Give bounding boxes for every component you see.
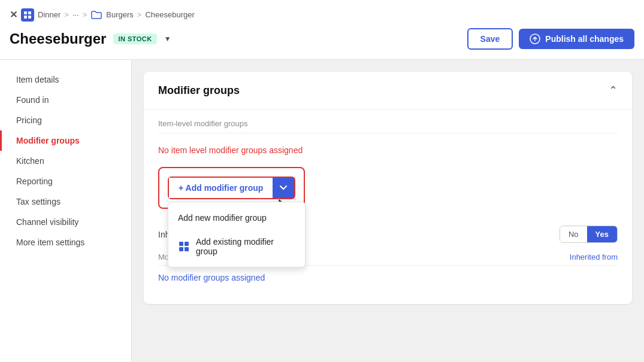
panel-title: Modifier groups: [158, 84, 240, 97]
breadcrumb-sep-1: >: [64, 10, 69, 19]
breadcrumb: ✕ Dinner > ··· > Burgers > Cheeseburger: [10, 4, 634, 22]
dropdown-item-add-existing[interactable]: Add existing modifier group: [168, 230, 305, 263]
svg-rect-7: [179, 247, 183, 251]
top-bar: ✕ Dinner > ··· > Burgers > Cheeseburger …: [0, 0, 644, 60]
title-buttons: Save Publish all changes: [467, 28, 634, 50]
sidebar-item-modifier-groups[interactable]: Modifier groups: [0, 130, 131, 151]
publish-button[interactable]: Publish all changes: [519, 29, 634, 49]
sidebar-item-channel-visibility[interactable]: Channel visibility: [0, 212, 131, 232]
sidebar-item-reporting[interactable]: Reporting: [0, 171, 131, 191]
panel-collapse-button[interactable]: ⌃: [609, 84, 618, 97]
item-level-label: Item-level modifier groups: [158, 109, 618, 133]
page-title: Cheeseburger: [10, 31, 106, 47]
breadcrumb-current: Cheeseburger: [145, 10, 194, 19]
svg-rect-3: [28, 16, 31, 19]
save-button[interactable]: Save: [467, 28, 513, 50]
breadcrumb-dots[interactable]: ···: [72, 10, 79, 19]
title-row: Cheeseburger IN STOCK ▼ Save Publish all…: [10, 28, 634, 56]
title-left: Cheeseburger IN STOCK ▼: [10, 31, 171, 47]
sidebar-item-more-item-settings[interactable]: More item settings: [0, 232, 131, 253]
close-icon[interactable]: ✕: [10, 9, 17, 20]
svg-rect-6: [185, 242, 189, 246]
sidebar-item-found-in[interactable]: Found in: [0, 90, 131, 110]
panel-header: Modifier groups ⌃: [144, 72, 632, 109]
col-inherited-from: Inherited from: [570, 253, 618, 261]
breadcrumb-sep-3: >: [137, 10, 142, 19]
existing-modifier-icon: [178, 241, 190, 253]
sidebar: Item details Found in Pricing Modifier g…: [0, 60, 132, 362]
publish-icon: [530, 34, 540, 44]
add-modifier-area: + Add modifier group Add new mo: [168, 177, 295, 199]
inherit-toggle: No Yes: [560, 226, 618, 243]
svg-rect-2: [24, 16, 27, 19]
svg-rect-1: [28, 11, 31, 14]
sidebar-item-tax-settings[interactable]: Tax settings: [0, 191, 131, 212]
breadcrumb-folder-name[interactable]: Burgers: [106, 10, 134, 19]
dropdown-item-add-new-label: Add new modifier group: [178, 213, 267, 223]
no-modifier-msg: No modifier groups assigned: [158, 266, 618, 290]
breadcrumb-sep-2: >: [83, 10, 87, 19]
toggle-no-button[interactable]: No: [560, 226, 587, 242]
panel-body: Item-level modifier groups No item level…: [144, 109, 632, 304]
add-modifier-button-wrapper: + Add modifier group: [168, 177, 295, 199]
add-modifier-dropdown-button[interactable]: [273, 178, 294, 198]
dropdown-item-add-new[interactable]: Add new modifier group: [168, 206, 305, 230]
no-item-level-msg: No item level modifier groups assigned: [158, 138, 618, 167]
svg-rect-5: [179, 242, 183, 246]
sidebar-item-kitchen[interactable]: Kitchen: [0, 151, 131, 171]
add-modifier-highlight: + Add modifier group Add new mo: [158, 167, 305, 209]
app-icon: [21, 8, 34, 22]
content-area: Modifier groups ⌃ Item-level modifier gr…: [132, 60, 644, 362]
svg-rect-0: [24, 11, 27, 14]
folder-icon: [90, 9, 102, 21]
sidebar-item-item-details[interactable]: Item details: [0, 69, 131, 90]
add-modifier-button[interactable]: + Add modifier group: [169, 178, 273, 198]
modifier-groups-panel: Modifier groups ⌃ Item-level modifier gr…: [144, 72, 632, 304]
svg-rect-8: [185, 247, 189, 251]
dropdown-item-add-existing-label: Add existing modifier group: [196, 237, 295, 256]
add-modifier-dropdown-menu: Add new modifier group: [168, 202, 306, 267]
main-content: Item details Found in Pricing Modifier g…: [0, 60, 644, 362]
breadcrumb-app-name[interactable]: Dinner: [38, 10, 61, 19]
toggle-yes-button[interactable]: Yes: [587, 226, 617, 242]
sidebar-item-pricing[interactable]: Pricing: [0, 110, 131, 130]
status-badge: IN STOCK: [113, 34, 156, 44]
status-dropdown-arrow[interactable]: ▼: [164, 35, 171, 43]
